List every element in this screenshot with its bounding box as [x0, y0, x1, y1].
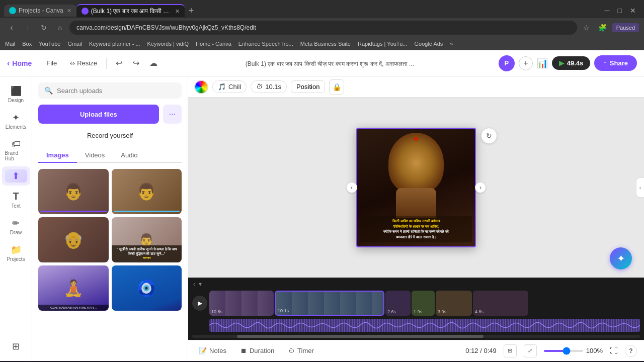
bookmark-enhance-speech[interactable]: Enhance Speech fro...: [238, 41, 293, 47]
list-item[interactable]: 🧘 AGAR KAMYABI NAHI MIL RAHI...: [38, 265, 109, 311]
home-nav-button[interactable]: ⌂: [53, 21, 66, 34]
timeline-collapse-button[interactable]: ‹: [192, 280, 196, 289]
bookmark-more[interactable]: »: [450, 41, 453, 47]
color-picker-button[interactable]: [194, 80, 208, 94]
expand-view-button[interactable]: ⤢: [524, 344, 537, 357]
position-button[interactable]: Position: [291, 80, 325, 93]
search-icon: 🔍: [44, 86, 53, 95]
avatar-button[interactable]: P: [499, 55, 515, 71]
list-item[interactable]: 👨 " मूर्खों से अपनी तारीफ सुनने से अच्छा…: [112, 217, 182, 262]
elements-icon: ✦: [12, 112, 20, 123]
undo-button[interactable]: ↩: [112, 56, 127, 71]
sidebar-item-elements[interactable]: ✦ Elements: [2, 108, 30, 134]
design-icon: ⬛: [11, 85, 22, 97]
close-button[interactable]: ✕: [626, 5, 640, 17]
analytics-button[interactable]: 📊: [537, 58, 548, 69]
extensions-button[interactable]: 🧩: [596, 21, 609, 34]
clock-icon: ⏱: [256, 83, 263, 90]
reload-button[interactable]: ↻: [37, 21, 50, 34]
tab-images[interactable]: Images: [38, 148, 77, 163]
clip-3[interactable]: 2.6s: [385, 291, 411, 316]
sidebar-item-design[interactable]: ⬛ Design: [2, 81, 30, 107]
add-collaborator-button[interactable]: +: [519, 56, 533, 70]
tab-videos[interactable]: Videos: [77, 148, 113, 162]
duration-bottom-button[interactable]: ⏹ Duration: [237, 344, 278, 357]
duration-button[interactable]: ⏱ 10.1s: [251, 80, 287, 93]
tab-close-1[interactable]: ✕: [67, 8, 71, 14]
timer-bottom-button[interactable]: ⏲ Timer: [285, 344, 317, 357]
chevron-left-icon: ‹: [7, 59, 10, 68]
browser-nav-bar: ‹ › ↻ ⌂ ☆ 🧩 Paused: [0, 18, 644, 37]
grid-view-button[interactable]: ⊞: [504, 344, 517, 357]
tab-bulk[interactable]: (Bulk 1) एक बार जब आप किसी चीज... ✕: [76, 4, 185, 17]
sidebar-item-uploads[interactable]: ⬆: [2, 166, 30, 186]
bottom-bar: 📝 Notes ⏹ Duration ⏲ Timer 0:12 / 0:49 ⊞…: [188, 340, 644, 361]
back-button[interactable]: ‹: [5, 21, 18, 34]
bookmark-mail[interactable]: Mail: [5, 41, 15, 47]
fullscreen-button[interactable]: ⛶: [610, 346, 618, 355]
sidebar-item-brand-hub[interactable]: 🏷 Brand Hub: [2, 135, 30, 165]
clip-5[interactable]: 3.0s: [436, 291, 472, 316]
clip-1[interactable]: 10.8s: [209, 291, 274, 316]
clip-4[interactable]: 1.9s: [412, 291, 435, 316]
bookmark-button[interactable]: ☆: [580, 21, 593, 34]
tab-close-2[interactable]: ✕: [175, 8, 180, 15]
list-item[interactable]: 👨: [38, 169, 109, 214]
resize-button[interactable]: ⇔ Resize: [66, 57, 101, 69]
bookmark-google-ads[interactable]: Google Ads: [414, 41, 443, 47]
timer-button[interactable]: ▶ 49.4s: [552, 56, 591, 70]
more-options-button[interactable]: ···: [163, 105, 182, 124]
magic-ai-button[interactable]: ✦: [610, 247, 632, 269]
tab-projects-canva[interactable]: Projects - Canva ✕: [4, 5, 76, 17]
file-button[interactable]: File: [42, 57, 61, 69]
sidebar-item-apps[interactable]: ⊞: [2, 337, 30, 356]
image-grid: 👨 👨 👴 👨 " मूर्खों से अपनी तारीफ सुनने से…: [38, 169, 182, 311]
bookmark-youtube[interactable]: YouTube: [39, 41, 60, 47]
next-slide-button[interactable]: ›: [475, 182, 486, 193]
bookmark-gmail[interactable]: Gmail: [67, 41, 82, 47]
bookmark-meta[interactable]: Meta Business Suite: [300, 41, 351, 47]
list-item[interactable]: 👴: [38, 217, 109, 262]
previous-slide-button[interactable]: ‹: [346, 182, 357, 193]
minimize-button[interactable]: ─: [601, 5, 614, 17]
timeline-expand-button[interactable]: ▾: [198, 280, 203, 289]
bookmark-rapidtags[interactable]: Rapidtags | YouTu...: [358, 41, 407, 47]
notes-icon: 📝: [199, 347, 207, 354]
list-item[interactable]: 👨: [112, 169, 182, 214]
bookmark-box[interactable]: Box: [22, 41, 32, 47]
address-bar[interactable]: [69, 21, 577, 35]
refresh-button[interactable]: ↻: [481, 128, 497, 144]
clip-6[interactable]: 4.6s: [473, 291, 528, 316]
lock-button[interactable]: 🔒: [329, 79, 344, 95]
bookmark-keyword-planner[interactable]: Keyword planner - ...: [89, 41, 140, 47]
profile-button[interactable]: Paused: [612, 23, 639, 32]
play-track-button[interactable]: ▶: [192, 296, 207, 311]
help-button[interactable]: ?: [625, 345, 637, 357]
search-bar: 🔍: [38, 82, 182, 99]
upload-files-button[interactable]: Upload files: [38, 105, 159, 124]
collapse-panel-button[interactable]: ‹: [636, 177, 644, 198]
bookmark-vidiq[interactable]: Keywords | vidiQ: [147, 41, 189, 47]
timeline-scrollbar[interactable]: [192, 335, 640, 338]
new-tab-button[interactable]: +: [185, 6, 198, 15]
sidebar-item-projects[interactable]: 📁 Projects: [2, 240, 30, 266]
bookmark-home-canva[interactable]: Home - Canva: [196, 41, 231, 47]
forward-button[interactable]: ›: [21, 21, 34, 34]
zoom-slider[interactable]: [544, 350, 583, 352]
notes-button[interactable]: 📝 Notes: [195, 344, 230, 357]
clip-2[interactable]: 10.1s: [275, 291, 384, 316]
share-button[interactable]: ↑ Share: [594, 55, 637, 71]
chill-music-button[interactable]: 🎵 Chill: [212, 80, 247, 93]
redo-button[interactable]: ↪: [129, 56, 144, 71]
list-item[interactable]: 🧿: [112, 265, 182, 311]
sidebar-item-draw[interactable]: ✏ Draw: [2, 214, 30, 239]
search-input[interactable]: [57, 87, 176, 95]
maximize-button[interactable]: □: [614, 5, 626, 17]
canva-app: ‹ Home File ⇔ Resize ↩ ↪ ☁ (Bulk 1) एक ब…: [0, 50, 644, 361]
home-button[interactable]: ‹ Home: [7, 59, 32, 68]
sync-button[interactable]: ☁: [146, 56, 161, 71]
record-yourself-button[interactable]: Record yourself: [38, 129, 182, 142]
main-area: ⬛ Design ✦ Elements 🏷 Brand Hub ⬆ T Text…: [0, 76, 644, 361]
sidebar-item-text[interactable]: T Text: [2, 187, 30, 213]
tab-audio[interactable]: Audio: [113, 148, 145, 162]
